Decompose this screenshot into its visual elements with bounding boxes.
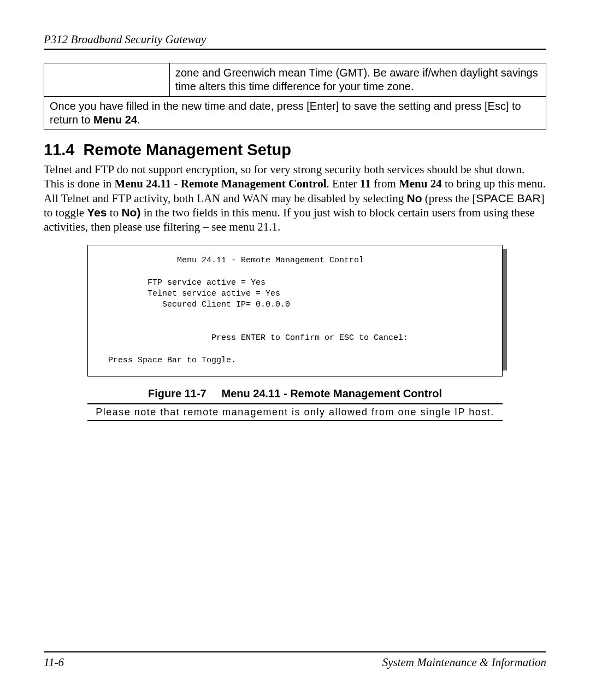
body-paragraph: Telnet and FTP do not support encryption… [44, 162, 546, 234]
table-row: zone and Greenwich mean Time (GMT). Be a… [44, 63, 546, 97]
footer-section-title: System Maintenance & Information [382, 656, 546, 669]
para-sans: SPACE BAR [476, 192, 541, 204]
figure-terminal-wrap: Menu 24.11 - Remote Management Control F… [87, 245, 503, 377]
page-header: P312 Broadband Security Gateway [44, 33, 546, 50]
para-run: from [371, 177, 399, 190]
para-bold-sans: No [407, 192, 422, 204]
para-bold-sans: No) [121, 206, 140, 219]
section-title: Remote Management Setup [84, 141, 291, 158]
table-cell-empty [44, 63, 170, 97]
table-cell-footer: Once you have filled in the new time and… [44, 97, 546, 130]
table-cell-text: zone and Greenwich mean Time (GMT). Be a… [170, 63, 546, 97]
footer-text-bold: Menu 24 [93, 114, 137, 126]
para-bold-sans: Yes [87, 206, 107, 219]
para-run: . Enter [327, 177, 360, 190]
terminal-line: Secured Client IP= 0.0.0.0 [162, 300, 290, 309]
footer-text-suffix: . [137, 114, 140, 126]
para-run: (press the [ [422, 192, 476, 205]
para-bold: Menu 24.11 - Remote Management Control [115, 177, 327, 190]
document-page: P312 Broadband Security Gateway zone and… [0, 0, 590, 700]
callout-table: zone and Greenwich mean Time (GMT). Be a… [44, 63, 546, 130]
page-footer: 11-6 System Maintenance & Information [44, 651, 546, 669]
terminal-title: Menu 24.11 - Remote Management Control [177, 256, 364, 265]
terminal-footer: Press Space Bar to Toggle. [108, 356, 236, 365]
terminal-line: FTP service active = Yes [148, 278, 266, 287]
figure-label: Figure 11-7 [148, 387, 206, 399]
terminal-box: Menu 24.11 - Remote Management Control F… [87, 245, 503, 377]
terminal-line: Telnet service active = Yes [148, 289, 280, 298]
header-title: P312 Broadband Security Gateway [44, 33, 206, 46]
note-block: Please note that remote management is on… [87, 403, 503, 421]
figure-caption-text: Menu 24.11 - Remote Management Control [222, 387, 442, 399]
note-text: Please note that remote management is on… [87, 404, 503, 420]
section-number: 11.4 [44, 141, 74, 158]
para-bold: Menu 24 [399, 177, 442, 190]
section-heading: 11.4 Remote Management Setup [44, 141, 546, 159]
para-bold: 11 [360, 177, 371, 190]
terminal-content: Menu 24.11 - Remote Management Control F… [93, 255, 497, 366]
terminal-prompt: Press ENTER to Confirm or ESC to Cancel: [211, 333, 408, 343]
figure-caption: Figure 11-7 Menu 24.11 - Remote Manageme… [44, 387, 546, 400]
para-run: to [107, 206, 122, 219]
note-rule-bottom [87, 420, 503, 421]
footer-page-number: 11-6 [44, 656, 64, 669]
table-row: Once you have filled in the new time and… [44, 97, 546, 130]
